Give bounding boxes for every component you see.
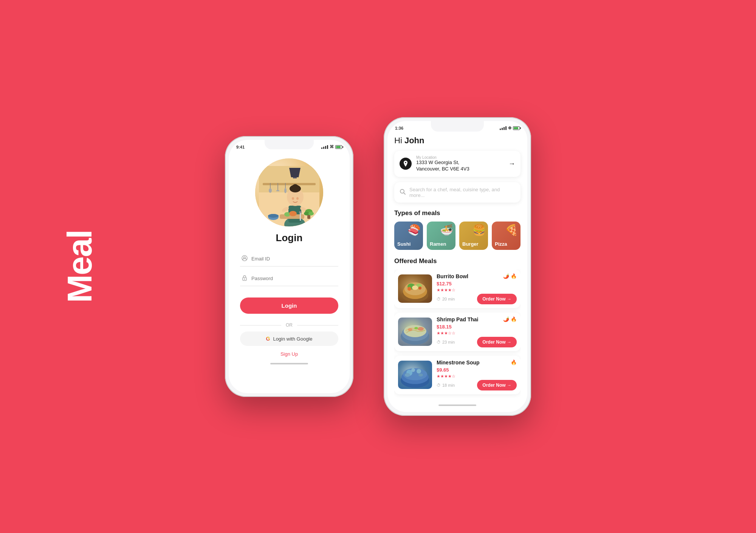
- signup-anchor[interactable]: Sign Up: [280, 351, 298, 357]
- burrito-name: Burrito Bowl 🌶️ 🔥: [437, 273, 517, 279]
- minestrone-tags: 🔥: [511, 359, 517, 365]
- svg-point-56: [411, 368, 415, 372]
- google-button-label: Login with Google: [273, 336, 312, 342]
- or-line-right: [297, 325, 338, 325]
- ramen-label: Ramen: [430, 241, 446, 247]
- svg-point-34: [244, 279, 245, 280]
- burrito-order-button[interactable]: Order Now →: [477, 294, 517, 304]
- minestrone-time: ⏱18 min: [437, 383, 455, 387]
- svg-marker-9: [289, 168, 301, 177]
- burrito-price: $12.75: [437, 281, 517, 287]
- login-title: Login: [229, 232, 350, 244]
- hot-icon: 🔥: [511, 273, 517, 279]
- phones-container: 9:41 ⌘: [225, 117, 531, 416]
- meal-type-burger[interactable]: 🍔 Burger: [459, 222, 488, 250]
- burrito-tags: 🌶️ 🔥: [503, 273, 517, 279]
- login-time: 9:41: [236, 145, 245, 149]
- padthai-price: $18.15: [437, 324, 517, 330]
- login-phone: 9:41 ⌘: [225, 136, 353, 397]
- chef-illustration: [255, 158, 323, 226]
- password-input[interactable]: [251, 276, 337, 281]
- login-button[interactable]: Login: [240, 297, 338, 314]
- padthai-stars: ★★★☆☆: [437, 331, 517, 336]
- or-text: OR: [286, 322, 293, 328]
- login-screen-inner: 9:41 ⌘: [229, 140, 350, 393]
- location-address: 1333 W Georgia St, Vancouver, BC V6E 4V3: [416, 160, 504, 172]
- google-icon: G: [266, 336, 270, 342]
- svg-point-4: [269, 188, 272, 193]
- svg-rect-10: [293, 177, 297, 178]
- email-icon: [242, 255, 248, 262]
- home-battery-icon: [513, 126, 520, 130]
- minestrone-stars: ★★★★☆: [437, 374, 517, 379]
- signal-icon: [321, 145, 328, 149]
- minestrone-name: Minestrone Soup 🔥: [437, 359, 517, 366]
- padthai-name: Shrimp Pad Thai 🌶️ 🔥: [437, 316, 517, 322]
- app-title: Meal: [60, 230, 99, 303]
- meal-types-grid: 🍣 Sushi 🍜 Ramen 🍔 Burger 🍕 Pizza: [394, 222, 521, 250]
- wifi-icon: ⌘: [330, 144, 334, 149]
- svg-point-42: [412, 285, 418, 290]
- login-notch: [265, 140, 314, 149]
- pizza-label: Pizza: [495, 241, 507, 247]
- svg-point-19: [296, 197, 299, 200]
- svg-point-29: [304, 212, 309, 215]
- home-wifi-icon: ⊕: [508, 126, 511, 130]
- meal-type-ramen[interactable]: 🍜 Ramen: [427, 222, 455, 250]
- password-field[interactable]: [240, 271, 338, 286]
- home-greeting: Hi John: [394, 136, 521, 146]
- minestrone-order-button[interactable]: Order Now →: [477, 380, 517, 390]
- svg-rect-24: [299, 211, 302, 213]
- padthai-info: Shrimp Pad Thai 🌶️ 🔥 $18.15 ★★★☆☆ ⏱: [437, 316, 517, 347]
- svg-point-48: [418, 327, 424, 331]
- or-divider: OR: [240, 322, 338, 328]
- minestrone-info: Minestrone Soup 🔥 $9.65 ★★★★☆ ⏱18 min: [437, 359, 517, 390]
- minestrone-bottom: ⏱18 min Order Now →: [437, 380, 517, 390]
- svg-point-30: [308, 212, 314, 215]
- location-pin-icon: [400, 158, 412, 170]
- meal-type-sushi[interactable]: 🍣 Sushi: [394, 222, 423, 250]
- meal-type-pizza[interactable]: 🍕 Pizza: [492, 222, 521, 250]
- meal-card-padthai[interactable]: Shrimp Pad Thai 🌶️ 🔥 $18.15 ★★★☆☆ ⏱: [394, 313, 521, 351]
- location-label: My Location: [416, 155, 504, 160]
- minestrone-image: [398, 361, 432, 389]
- minestrone-price: $9.65: [437, 367, 517, 373]
- svg-point-26: [268, 214, 279, 218]
- ramen-emoji: 🍜: [440, 224, 453, 236]
- padthai-order-button[interactable]: Order Now →: [477, 337, 517, 347]
- padthai-hot-icon: 🔥: [511, 316, 517, 322]
- svg-point-49: [408, 328, 412, 331]
- meal-card-burrito[interactable]: Burrito Bowl 🌶️ 🔥 $12.75 ★★★★☆ ⏱20: [394, 270, 521, 308]
- padthai-tags: 🌶️ 🔥: [503, 316, 517, 322]
- search-icon: [400, 189, 406, 196]
- svg-point-57: [405, 373, 410, 377]
- burrito-stars: ★★★★☆: [437, 288, 517, 293]
- email-field[interactable]: [240, 251, 338, 266]
- svg-point-8: [284, 188, 287, 193]
- google-login-button[interactable]: G Login with Google: [240, 332, 338, 346]
- svg-point-44: [418, 287, 421, 290]
- meal-card-minestrone[interactable]: Minestrone Soup 🔥 $9.65 ★★★★☆ ⏱18 min: [394, 356, 521, 394]
- padthai-image: [398, 318, 432, 346]
- svg-rect-6: [276, 190, 279, 191]
- home-screen-inner: 1:36 ⊕ Hi Jo: [387, 121, 527, 412]
- home-home-bar: [438, 404, 476, 406]
- battery-icon: [335, 145, 342, 149]
- minestrone-hot-icon: 🔥: [511, 359, 517, 365]
- signup-link[interactable]: Sign Up: [240, 350, 338, 357]
- svg-point-22: [289, 211, 297, 216]
- svg-point-55: [417, 369, 421, 373]
- location-card[interactable]: My Location 1333 W Georgia St, Vancouver…: [394, 151, 521, 177]
- email-input[interactable]: [251, 256, 337, 262]
- svg-rect-2: [263, 183, 316, 185]
- svg-point-43: [407, 287, 411, 291]
- home-screen-content: Hi John My Location 1333 W Georgia St, V…: [387, 132, 527, 399]
- offered-meals-list: Burrito Bowl 🌶️ 🔥 $12.75 ★★★★☆ ⏱20: [394, 270, 521, 399]
- burrito-bottom: ⏱20 min Order Now →: [437, 294, 517, 304]
- burrito-info: Burrito Bowl 🌶️ 🔥 $12.75 ★★★★☆ ⏱20: [437, 273, 517, 304]
- location-arrow-icon[interactable]: →: [508, 160, 515, 168]
- svg-rect-1: [259, 166, 319, 192]
- meal-types-title: Types of meals: [394, 209, 521, 217]
- search-bar[interactable]: Search for a chef, meal, cuisine type, a…: [394, 182, 521, 203]
- svg-point-50: [414, 327, 418, 329]
